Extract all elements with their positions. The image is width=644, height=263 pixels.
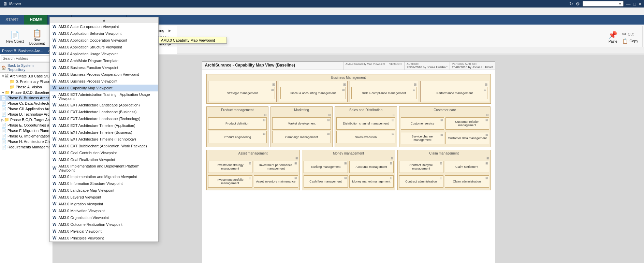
dropdown-item-app-cooperation[interactable]: W AM3.0 Application Cooperation Viewpoin… bbox=[50, 37, 158, 44]
paste-label: Paste bbox=[609, 40, 617, 43]
new-object-icon: 📄 bbox=[10, 31, 19, 39]
panel-title: Phase B. Business Arc... bbox=[2, 49, 43, 53]
paste-icon: 📌 bbox=[608, 31, 617, 39]
maximize-button[interactable]: □ bbox=[633, 1, 636, 6]
paste-button[interactable]: 📌 Paste bbox=[606, 30, 619, 45]
new-document-icon: 📋 bbox=[32, 30, 42, 37]
dropdown-doc-icon-app-cooperation: W bbox=[53, 38, 56, 43]
search-icon: ▼ bbox=[618, 2, 622, 6]
dropdown-label-app-structure: AM3.0 Application Structure Viewpoint bbox=[58, 45, 122, 49]
dropdown-doc-icon-actor-co-op: W bbox=[53, 24, 56, 29]
panel-header: Phase B. Business Arc... × bbox=[0, 47, 53, 54]
left-panel: Phase B. Business Arc... × 🏠 Back to Sys… bbox=[0, 47, 53, 55]
dropdown-doc-icon-app-structure: W bbox=[53, 45, 56, 49]
copy-icon: 📋 bbox=[622, 38, 628, 44]
settings-button[interactable]: ⚙ bbox=[576, 1, 580, 6]
cut-icon: ✂ bbox=[622, 31, 626, 37]
dropdown-item-actor-co-op[interactable]: W AM3.0 Actor Co-operation Viewpoint bbox=[50, 23, 158, 30]
global-search[interactable]: ▼ bbox=[583, 1, 624, 6]
dropdown-doc-icon-app-usage: W bbox=[53, 52, 56, 55]
new-object-button[interactable]: 📄 New Object bbox=[4, 30, 26, 45]
dropdown-label-app-behavior: AM3.0 Application Behavior Viewpoint bbox=[58, 31, 121, 35]
cut-label: Cut bbox=[628, 32, 633, 36]
title-bar: 🖥 iServer bbox=[0, 0, 644, 8]
copy-button[interactable]: 📋 Copy bbox=[621, 38, 640, 44]
copy-label: Copy bbox=[629, 39, 638, 43]
dropdown-item-app-behavior[interactable]: W AM3.0 Application Behavior Viewpoint bbox=[50, 30, 158, 37]
dropdown-item-app-structure[interactable]: W AM3.0 Application Structure Viewpoint bbox=[50, 44, 158, 50]
dropdown-label-actor-co-op: AM3.0 Actor Co-operation Viewpoint bbox=[58, 25, 119, 29]
tab-home[interactable]: HOME bbox=[24, 15, 48, 25]
global-search-input[interactable] bbox=[584, 2, 618, 6]
clipboard-buttons: 📌 Paste ✂ Cut 📋 Copy bbox=[606, 27, 640, 48]
dropdown-doc-icon-app-behavior: W bbox=[53, 31, 56, 36]
dropdown-label-app-usage: AM3.0 Application Usage Viewpoint bbox=[58, 52, 117, 55]
new-object-label: New Object bbox=[6, 40, 24, 43]
viewpoints-dropdown: ▲ W AM3.0 Actor Co-operation Viewpoint W… bbox=[49, 17, 159, 55]
dropdown-item-app-usage[interactable]: W AM3.0 Application Usage Viewpoint bbox=[50, 50, 158, 55]
app-icon: 🖥 bbox=[3, 1, 7, 6]
refresh-button[interactable]: ↻ bbox=[569, 1, 573, 6]
cut-copy-group: ✂ Cut 📋 Copy bbox=[621, 31, 640, 44]
capability-map-tooltip: AM3.0 Capability Map Viewpoint bbox=[159, 37, 227, 44]
close-button[interactable]: × bbox=[639, 1, 641, 6]
dropdown-label-app-cooperation: AM3.0 Application Cooperation Viewpoint bbox=[58, 38, 127, 42]
top-right-controls: ↻ ⚙ ▼ — □ × bbox=[567, 0, 644, 8]
visio-arrow-icon: ▶ bbox=[169, 29, 171, 32]
minimize-button[interactable]: — bbox=[626, 1, 631, 6]
tab-start[interactable]: START bbox=[0, 15, 24, 25]
dropdown-header: ▲ bbox=[50, 17, 158, 23]
cut-button[interactable]: ✂ Cut bbox=[621, 31, 640, 37]
new-document-label: NewDocument bbox=[29, 38, 45, 45]
folder-search-box bbox=[0, 54, 53, 55]
tooltip-label: AM3.0 Capability Map Viewpoint bbox=[161, 38, 215, 42]
app-title: iServer bbox=[9, 2, 21, 6]
new-document-button[interactable]: 📋 NewDocument bbox=[27, 28, 47, 47]
